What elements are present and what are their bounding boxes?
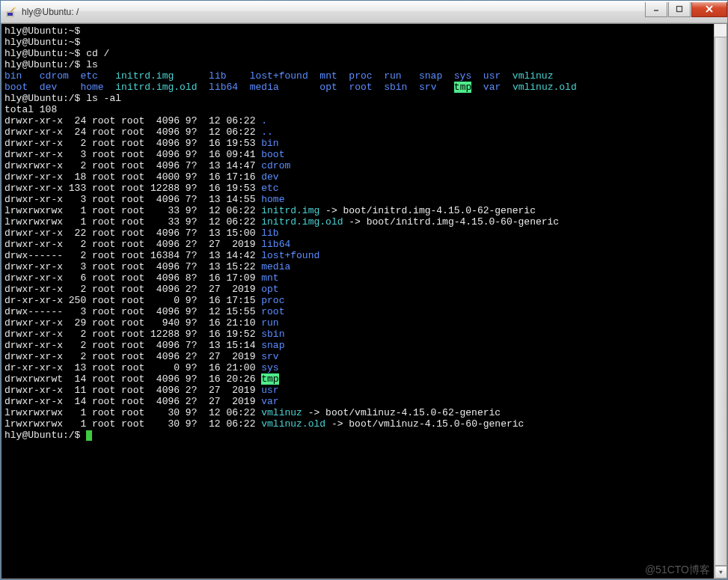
terminal-text: boot <box>261 149 284 160</box>
terminal-text: hly@Ubuntu:~$ cd / <box>4 48 109 59</box>
terminal-text: bin <box>4 70 22 82</box>
terminal-text: mnt <box>319 70 337 82</box>
terminal-line: drwxr-xr-x 133 root root 12288 9? 16 19:… <box>4 183 725 194</box>
terminal-text: sys <box>454 70 471 82</box>
terminal-text: drwxr-xr-x 22 root root 4096 7? 13 15:00 <box>4 228 261 239</box>
terminal-text <box>407 82 419 93</box>
terminal-text: etc <box>80 70 97 82</box>
terminal-line: lrwxrwxrwx 1 root root 33 9? 12 06:22 in… <box>4 205 725 216</box>
terminal-text <box>471 70 483 82</box>
terminal-text: usr <box>483 70 501 82</box>
titlebar[interactable]: hly@Ubuntu: / <box>1 1 727 23</box>
terminal-text: cdrom <box>40 70 69 82</box>
terminal-text: var <box>483 82 501 93</box>
terminal-text: lrwxrwxrwx 1 root root 33 9? 12 06:22 <box>4 216 261 228</box>
terminal-text: vmlinuz.old <box>261 418 325 430</box>
terminal-text: initrd.img.old <box>115 82 197 93</box>
terminal-text: vmlinuz.old <box>513 82 577 93</box>
terminal-line: hly@Ubuntu:/$ ls <box>4 59 725 70</box>
app-window: hly@Ubuntu: / hly@Ubuntu:~$hly@Ubuntu:~$… <box>0 0 728 580</box>
terminal-line: drwxr-xr-x 2 root root 12288 9? 16 19:52… <box>4 329 725 340</box>
terminal-text <box>501 82 513 93</box>
terminal-text: dr-xr-xr-x 13 root root 0 9? 16 21:00 <box>4 362 261 373</box>
terminal-line: hly@Ubuntu:~$ cd / <box>4 48 725 59</box>
terminal-text <box>28 82 40 93</box>
terminal-text: drwx------ 2 root root 16384 7? 13 14:42 <box>4 250 261 261</box>
terminal-text: bin <box>261 138 278 149</box>
terminal-text: sbin <box>261 329 284 340</box>
terminal-text: boot <box>4 82 28 93</box>
terminal-text: drwxr-xr-x 133 root root 12288 9? 16 19:… <box>4 183 261 194</box>
terminal-line: drwxr-xr-x 24 root root 4096 9? 12 06:22… <box>4 115 725 126</box>
terminal-text: lrwxrwxrwx 1 root root 30 9? 12 06:22 <box>4 407 261 418</box>
terminal-text: home <box>261 194 284 205</box>
terminal-line: drwxr-xr-x 18 root root 4000 9? 16 17:16… <box>4 171 725 183</box>
terminal-text: drwxr-xr-x 2 root root 4096 2? 27 2019 <box>4 351 261 362</box>
minimize-button[interactable] <box>645 2 667 17</box>
terminal-line: drwx------ 2 root root 16384 7? 13 14:42… <box>4 250 725 261</box>
terminal-text: initrd.img.old <box>261 216 343 228</box>
terminal-text: drwxr-xr-x 18 root root 4000 9? 16 17:16 <box>4 171 261 183</box>
terminal-text: drwx------ 3 root root 4096 9? 12 15:55 <box>4 306 261 317</box>
terminal-text: root <box>349 82 372 93</box>
terminal-text: proc <box>349 70 372 82</box>
terminal-line: drwxrwxr-x 2 root root 4096 7? 13 14:47 … <box>4 160 725 171</box>
terminal-text: drwxr-xr-x 24 root root 4096 9? 12 06:22 <box>4 126 261 138</box>
terminal-text <box>22 70 39 82</box>
terminal-line: drwxr-xr-x 24 root root 4096 9? 12 06:22… <box>4 126 725 138</box>
terminal-text: -> boot/initrd.img-4.15.0-60-generic <box>343 216 559 228</box>
terminal-text <box>337 70 349 82</box>
terminal-line: drwxr-xr-x 11 root root 4096 2? 27 2019 … <box>4 385 725 396</box>
terminal-text: snap <box>261 340 284 351</box>
svg-line-2 <box>10 8 14 12</box>
terminal-line: hly@Ubuntu:/$ ls -al <box>4 93 725 104</box>
terminal-text <box>442 70 454 82</box>
terminal-text <box>373 70 385 82</box>
terminal-text <box>471 82 483 93</box>
close-button[interactable] <box>691 2 727 17</box>
terminal-text: tmp <box>454 82 471 93</box>
terminal-text <box>104 82 116 93</box>
terminal-area[interactable]: hly@Ubuntu:~$hly@Ubuntu:~$hly@Ubuntu:~$ … <box>1 23 727 579</box>
terminal-text: . <box>261 115 267 126</box>
terminal-text <box>436 82 453 93</box>
terminal-line: hly@Ubuntu:~$ <box>4 25 725 37</box>
terminal-line: lrwxrwxrwx 1 root root 33 9? 12 06:22 in… <box>4 216 725 228</box>
scrollbar[interactable]: ▲ ▼ <box>714 24 727 579</box>
terminal-text: initrd.img <box>115 70 174 82</box>
terminal-text: etc <box>261 183 278 194</box>
terminal-text: sys <box>261 362 278 373</box>
svg-point-3 <box>14 7 16 8</box>
terminal-text: drwxr-xr-x 2 root root 4096 9? 16 19:53 <box>4 138 261 149</box>
terminal-text: run <box>384 70 401 82</box>
svg-rect-1 <box>7 13 13 16</box>
terminal-text: drwxrwxrwt 14 root root 4096 9? 16 20:26 <box>4 373 261 385</box>
terminal-text: hly@Ubuntu:/$ ls <box>4 59 98 70</box>
terminal-text: media <box>250 82 279 93</box>
terminal-text <box>174 70 209 82</box>
terminal-text: initrd.img <box>261 205 319 216</box>
maximize-button[interactable] <box>668 2 691 17</box>
terminal-line: total 108 <box>4 104 725 115</box>
terminal-text: lib <box>209 70 226 82</box>
terminal-line: hly@Ubuntu:/$ <box>4 430 725 441</box>
terminal-text: dr-xr-xr-x 250 root root 0 9? 16 17:15 <box>4 295 261 306</box>
terminal-text: dev <box>40 82 57 93</box>
terminal-line: drwxrwxrwt 14 root root 4096 9? 16 20:26… <box>4 373 725 385</box>
terminal-text: drwxr-xr-x 2 root root 4096 2? 27 2019 <box>4 239 261 250</box>
terminal-text <box>337 82 349 93</box>
terminal-text <box>501 70 513 82</box>
scroll-down-button[interactable]: ▼ <box>715 566 727 579</box>
terminal-line: drwxr-xr-x 2 root root 4096 7? 13 15:14 … <box>4 340 725 351</box>
terminal-text: mnt <box>261 272 278 284</box>
terminal-text: hly@Ubuntu:/$ ls -al <box>4 93 121 104</box>
terminal-text: lib64 <box>261 239 290 250</box>
terminal-text <box>402 70 419 82</box>
terminal-text: total 108 <box>4 104 57 115</box>
terminal-text: lib <box>261 228 278 239</box>
terminal-line: lrwxrwxrwx 1 root root 30 9? 12 06:22 vm… <box>4 418 725 430</box>
scroll-thumb[interactable] <box>715 37 727 566</box>
svg-rect-5 <box>677 7 682 12</box>
terminal-text: lost+found <box>261 250 319 261</box>
terminal-text: drwxr-xr-x 6 root root 4096 8? 16 17:09 <box>4 272 261 284</box>
